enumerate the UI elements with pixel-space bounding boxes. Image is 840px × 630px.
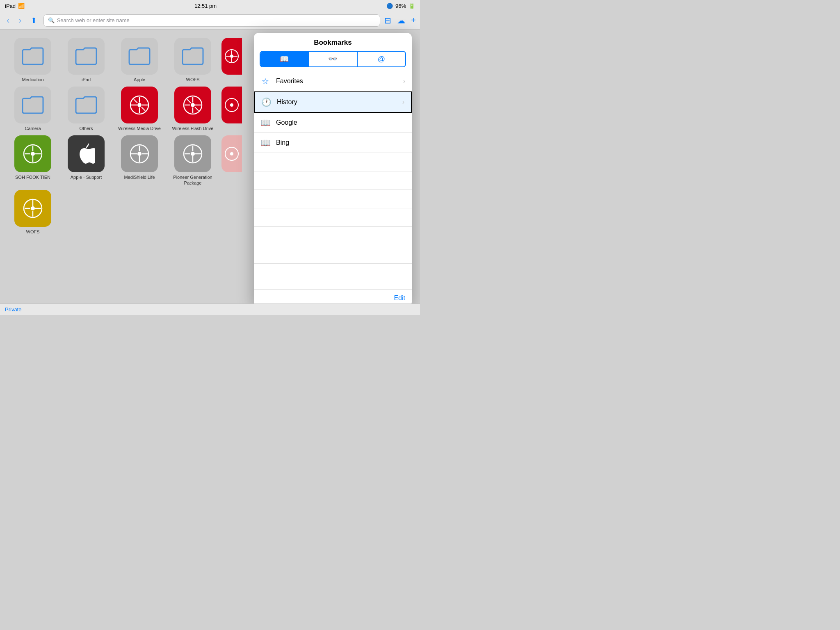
nav-right-buttons: ⊟ ☁ + <box>384 16 416 25</box>
bing-label: Bing <box>276 139 405 146</box>
list-item[interactable]: Others <box>62 87 111 131</box>
list-item[interactable]: Camera <box>8 87 57 131</box>
edit-button[interactable]: Edit <box>394 294 405 302</box>
compass-icon-wofs <box>14 190 51 227</box>
empty-row <box>254 153 412 171</box>
grid-item-label: Apple <box>134 77 145 82</box>
wifi-icon: 📶 <box>18 3 25 9</box>
folder-icon-apple <box>121 38 158 75</box>
favorites-label: Favorites <box>276 78 403 85</box>
list-item[interactable]: MediShield Life <box>115 135 164 185</box>
svg-point-31 <box>137 152 142 156</box>
time-display: 12:51 pm <box>194 3 217 9</box>
star-icon: ☆ <box>260 76 270 86</box>
add-tab-button[interactable]: + <box>411 16 416 25</box>
list-item[interactable] <box>221 38 242 82</box>
svg-line-13 <box>142 107 145 111</box>
device-label: iPad <box>5 3 16 9</box>
list-item[interactable]: Apple <box>115 38 164 82</box>
navigation-bar: ‹ › ⬆ 🔍 Search web or enter site name ⊟ … <box>0 11 420 30</box>
bookmark-icon-google: 📖 <box>260 118 270 128</box>
tab-shared-links[interactable]: @ <box>358 52 405 66</box>
panel-list: ☆ Favorites › 🕐 History › 📖 Google 📖 Bin… <box>254 71 412 289</box>
cloud-button[interactable]: ☁ <box>397 16 405 25</box>
empty-row <box>254 245 412 264</box>
panel-tabs: 📖 👓 @ <box>260 51 406 67</box>
panel-title: Bookmarks <box>254 33 412 51</box>
main-content: Medication iPad Apple WOFS <box>0 30 420 315</box>
list-item[interactable]: Wireless Flash Drive <box>168 87 217 131</box>
grid-item-label: Camera <box>25 126 41 131</box>
empty-row <box>254 208 412 227</box>
folder-icon-wofs <box>174 38 211 75</box>
folder-icon-medication <box>14 38 51 75</box>
grid-item-label: Medication <box>22 77 43 82</box>
folder-icon-others <box>68 87 105 123</box>
bookmark-icon-bing: 📖 <box>260 138 270 148</box>
bottom-bar: Private <box>0 304 420 315</box>
list-item[interactable]: Wireless Media Drive <box>115 87 164 131</box>
panel-item-history[interactable]: 🕐 History › <box>254 91 412 113</box>
svg-point-45 <box>31 206 35 210</box>
grid-item-label: Apple - Support <box>71 175 102 180</box>
grid-item-label: MediShield Life <box>124 175 155 180</box>
panel-item-google[interactable]: 📖 Google <box>254 113 412 133</box>
list-item[interactable]: WOFS <box>168 38 217 82</box>
empty-row <box>254 171 412 190</box>
list-item[interactable]: Medication <box>8 38 57 82</box>
svg-point-25 <box>31 152 35 156</box>
svg-point-1 <box>230 55 233 58</box>
grid-item-label: WOFS <box>186 77 200 82</box>
list-item[interactable]: iPad <box>62 38 111 82</box>
clock-icon: 🕐 <box>261 97 271 107</box>
status-bar: iPad 📶 12:51 pm 🔵 96% 🔋 <box>0 0 420 11</box>
compass-icon-partial3 <box>221 135 242 172</box>
svg-point-43 <box>230 152 233 155</box>
grid-item-label: iPad <box>82 77 91 82</box>
list-item[interactable]: SOH FOOK TIEN <box>8 135 57 185</box>
folder-icon-camera <box>14 87 51 123</box>
search-bar[interactable]: 🔍 Search web or enter site name <box>43 14 381 27</box>
empty-row <box>254 227 412 245</box>
share-button[interactable]: ⬆ <box>28 14 39 27</box>
list-item[interactable]: Pioneer Generation Package <box>168 135 217 185</box>
svg-point-37 <box>191 152 195 156</box>
panel-item-bing[interactable]: 📖 Bing <box>254 133 412 153</box>
battery-label: 96% <box>395 3 406 9</box>
compass-icon-partial <box>221 38 242 75</box>
forward-button[interactable]: › <box>16 14 24 27</box>
svg-point-23 <box>230 103 233 107</box>
grid-item-label: Wireless Media Drive <box>118 126 161 131</box>
private-button[interactable]: Private <box>5 306 21 313</box>
panel-item-favorites[interactable]: ☆ Favorites › <box>254 71 412 91</box>
back-button[interactable]: ‹ <box>4 14 12 27</box>
search-icon: 🔍 <box>48 17 55 23</box>
svg-point-15 <box>191 103 195 107</box>
compass-icon-pioneer <box>174 135 211 172</box>
list-item[interactable]: WOFS <box>8 190 57 235</box>
folder-icon-ipad <box>68 38 105 75</box>
grid-item-label: Pioneer Generation Package <box>168 175 217 185</box>
list-item[interactable] <box>221 87 242 131</box>
compass-icon-wireless-media <box>121 87 158 123</box>
grid-item-label: Wireless Flash Drive <box>172 126 214 131</box>
tab-reading-list[interactable]: 👓 <box>309 52 357 66</box>
tab-bookmarks[interactable]: 📖 <box>260 52 309 66</box>
grid-item-label: SOH FOOK TIEN <box>15 175 50 180</box>
bluetooth-icon: 🔵 <box>386 3 393 9</box>
compass-icon-partial2 <box>221 87 242 123</box>
empty-row <box>254 190 412 208</box>
grid-item-label: WOFS <box>26 229 40 235</box>
battery-icon: 🔋 <box>409 3 415 9</box>
apple-logo-icon <box>68 135 105 172</box>
grid-item-label: Others <box>79 126 93 131</box>
status-left: iPad 📶 <box>5 3 25 9</box>
list-item[interactable]: Apple - Support <box>62 135 111 185</box>
chevron-right-icon: › <box>403 78 405 85</box>
tabs-button[interactable]: ⊟ <box>384 16 391 25</box>
svg-line-12 <box>134 99 137 103</box>
bookmarks-panel: Bookmarks 📖 👓 @ ☆ Favorites › 🕐 History … <box>254 33 412 307</box>
list-item[interactable] <box>221 135 242 185</box>
search-placeholder: Search web or enter site name <box>57 17 130 23</box>
history-label: History <box>277 98 402 106</box>
